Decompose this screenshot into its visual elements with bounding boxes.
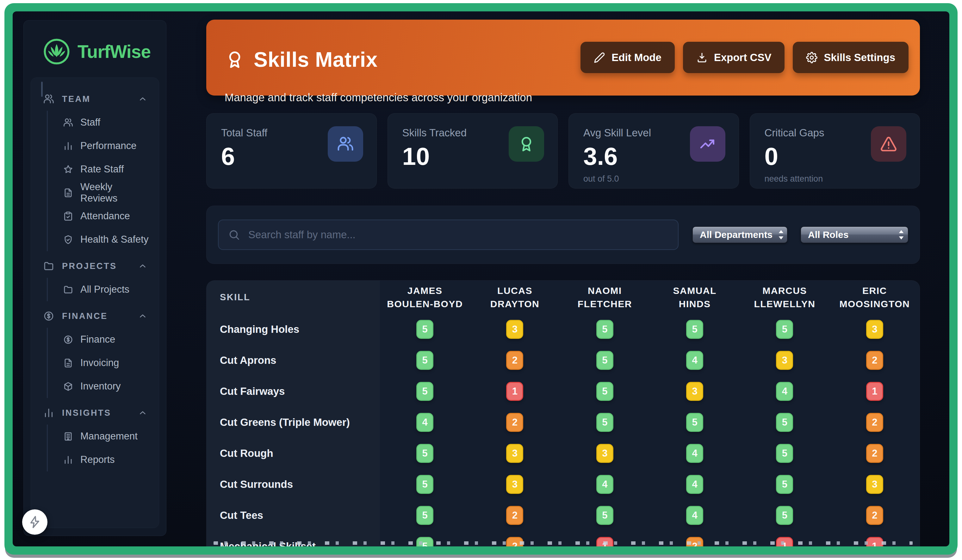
file-text-icon bbox=[63, 187, 73, 198]
skill-name: Cut Aprons bbox=[220, 354, 276, 366]
search-input[interactable] bbox=[248, 228, 668, 241]
skill-cell: Cut Aprons bbox=[207, 345, 380, 376]
sidebar-item-label: Health & Safety bbox=[80, 234, 148, 245]
score-cell: 5 bbox=[739, 407, 830, 438]
score-cell: 3 bbox=[739, 345, 830, 376]
skill-cell: Changing Holes bbox=[207, 314, 380, 345]
skill-level-badge: 4 bbox=[686, 351, 703, 370]
score-cell: 2 bbox=[470, 345, 560, 376]
sidebar-item-inventory[interactable]: Inventory bbox=[48, 374, 150, 398]
department-select[interactable]: All Departments bbox=[692, 226, 788, 243]
chevron-up-icon bbox=[138, 311, 147, 321]
sidebar-item-management[interactable]: Management bbox=[48, 424, 150, 448]
sidebar-item-performance[interactable]: Performance bbox=[48, 134, 150, 158]
score-cell: 3 bbox=[560, 438, 650, 469]
table-header-row: SKILLJAMESBOULEN-BOYDLUCASDRAYTONNAOMIFL… bbox=[207, 281, 920, 314]
sidebar-item-attendance[interactable]: Attendance bbox=[48, 204, 150, 228]
brand-logo[interactable]: TurfWise bbox=[24, 21, 166, 74]
skill-level-badge: 5 bbox=[596, 320, 613, 339]
brand-name: TurfWise bbox=[77, 41, 150, 62]
clipped-row-artifact bbox=[213, 541, 913, 545]
skill-level-badge: 3 bbox=[866, 320, 883, 339]
score-cell: 3 bbox=[830, 314, 920, 345]
sidebar-section-label: FINANCE bbox=[62, 311, 138, 321]
clipboard-check-icon bbox=[63, 211, 73, 221]
score-cell: 5 bbox=[380, 314, 470, 345]
skill-level-badge: 3 bbox=[596, 444, 613, 463]
score-cell: 5 bbox=[560, 376, 650, 407]
sidebar-item-label: Rate Staff bbox=[80, 163, 124, 175]
search-field bbox=[218, 219, 679, 250]
skill-level-badge: 2 bbox=[866, 444, 883, 463]
star-icon bbox=[63, 164, 73, 175]
table-row: Cut Greens (Triple Mower)425552 bbox=[207, 407, 920, 438]
users-icon bbox=[337, 135, 354, 153]
sidebar-section-header-insights[interactable]: INSIGHTS bbox=[39, 404, 150, 422]
score-cell: 3 bbox=[470, 438, 560, 469]
sidebar-item-label: Staff bbox=[80, 117, 100, 128]
skill-level-badge: 1 bbox=[866, 382, 883, 401]
sidebar-item-weekly-reviews[interactable]: Weekly Reviews bbox=[48, 181, 150, 204]
sidebar-section-header-finance[interactable]: FINANCE bbox=[39, 307, 150, 325]
role-select[interactable]: All Roles bbox=[801, 226, 908, 243]
skill-name: Cut Surrounds bbox=[220, 478, 293, 491]
stat-icon-box bbox=[690, 126, 725, 162]
score-cell: 3 bbox=[650, 376, 739, 407]
score-cell: 5 bbox=[739, 469, 830, 500]
score-cell: 2 bbox=[470, 407, 560, 438]
skill-level-badge: 5 bbox=[686, 320, 703, 339]
sidebar-item-all-projects[interactable]: All Projects bbox=[48, 278, 150, 301]
skill-level-badge: 2 bbox=[506, 351, 523, 370]
staff-column-header: NAOMIFLETCHER bbox=[560, 281, 650, 314]
gear-icon bbox=[806, 52, 817, 63]
score-cell: 3 bbox=[830, 469, 920, 500]
score-cell: 4 bbox=[560, 469, 650, 500]
skill-name: Cut Fairways bbox=[220, 385, 285, 397]
export-csv-button[interactable]: Export CSV bbox=[683, 42, 785, 73]
edit-mode-button[interactable]: Edit Mode bbox=[581, 42, 675, 73]
sidebar-item-rate-staff[interactable]: Rate Staff bbox=[48, 158, 150, 181]
page-title: Skills Matrix bbox=[254, 47, 378, 71]
score-cell: 3 bbox=[470, 469, 560, 500]
staff-column-header: JAMESBOULEN-BOYD bbox=[380, 281, 470, 314]
sidebar-item-invoicing[interactable]: Invoicing bbox=[48, 351, 150, 374]
skill-level-badge: 3 bbox=[506, 444, 523, 463]
table-row: Cut Aprons525432 bbox=[207, 345, 920, 376]
skill-cell: Cut Fairways bbox=[207, 376, 380, 407]
department-select-value: All Departments bbox=[700, 229, 773, 240]
skill-name: Cut Rough bbox=[220, 447, 273, 459]
sidebar-section-header-projects[interactable]: PROJECTS bbox=[39, 257, 150, 275]
sidebar-item-label: Attendance bbox=[80, 210, 130, 222]
skills-settings-button[interactable]: Skills Settings bbox=[793, 42, 909, 73]
sidebar-item-staff[interactable]: Staff bbox=[48, 111, 150, 134]
table-row: Cut Surrounds534453 bbox=[207, 469, 920, 500]
quick-actions-button[interactable] bbox=[22, 509, 47, 535]
shield-check-icon bbox=[63, 234, 73, 245]
sidebar-section-label: TEAM bbox=[62, 94, 138, 104]
stat-subtext: needs attention bbox=[765, 174, 906, 184]
skill-level-badge: 3 bbox=[506, 320, 523, 339]
score-cell: 5 bbox=[380, 438, 470, 469]
sidebar-item-health-safety[interactable]: Health & Safety bbox=[48, 228, 150, 251]
sidebar-section-insights: INSIGHTSManagementReports bbox=[39, 404, 150, 471]
score-cell: 5 bbox=[380, 345, 470, 376]
sidebar-item-finance[interactable]: Finance bbox=[48, 328, 150, 351]
app-background: TurfWise TEAMStaffPerformanceRate StaffW… bbox=[13, 11, 949, 546]
folder-icon bbox=[43, 260, 55, 272]
header-actions: Edit ModeExport CSVSkills Settings bbox=[581, 42, 909, 73]
sidebar-section-header-team[interactable]: TEAM bbox=[39, 90, 150, 108]
score-cell: 5 bbox=[380, 376, 470, 407]
select-arrows-icon bbox=[897, 229, 906, 241]
score-cell: 4 bbox=[650, 469, 739, 500]
scrollbar-thumb[interactable] bbox=[41, 82, 43, 97]
stat-card-avg-skill-level: Avg Skill Level3.6out of 5.0 bbox=[568, 113, 739, 189]
stat-icon-box bbox=[328, 126, 363, 162]
skill-level-badge: 3 bbox=[686, 382, 703, 401]
score-cell: 4 bbox=[650, 438, 739, 469]
score-cell: 2 bbox=[830, 500, 920, 531]
skill-level-badge: 5 bbox=[416, 320, 433, 339]
sidebar-item-reports[interactable]: Reports bbox=[48, 448, 150, 471]
sidebar-item-label: Inventory bbox=[80, 381, 121, 392]
skill-level-badge: 2 bbox=[866, 413, 883, 432]
bar-chart-icon bbox=[43, 407, 55, 419]
